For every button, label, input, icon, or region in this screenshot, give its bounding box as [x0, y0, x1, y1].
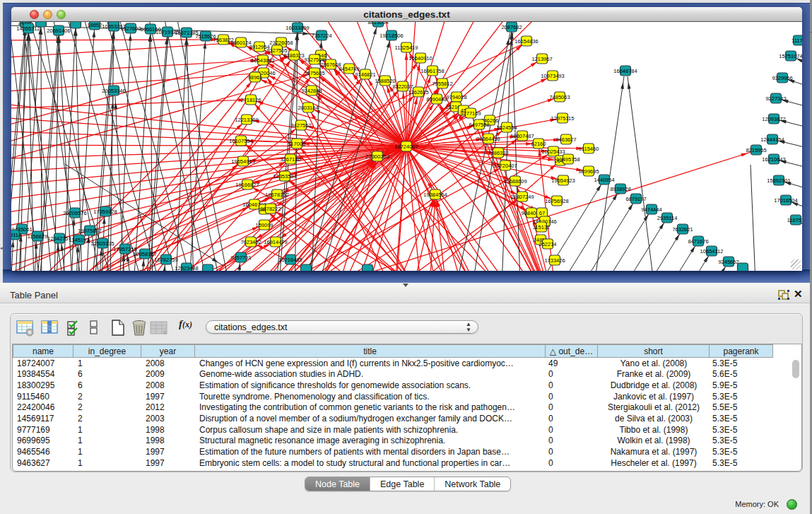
svg-text:19654923: 19654923 [551, 177, 575, 184]
svg-text:2087682: 2087682 [501, 24, 522, 30]
svg-text:19654913: 19654913 [231, 158, 254, 165]
svg-text:1213967: 1213967 [531, 56, 552, 62]
svg-text:8990448: 8990448 [426, 96, 447, 103]
svg-text:10688609: 10688609 [503, 178, 526, 185]
svg-text:12923448: 12923448 [175, 265, 198, 271]
svg-text:9329966: 9329966 [772, 75, 792, 81]
svg-text:7632621: 7632621 [672, 226, 693, 233]
svg-text:7986322: 7986322 [488, 150, 508, 156]
svg-text:3624554: 3624554 [496, 124, 517, 131]
svg-text:11171: 11171 [792, 37, 802, 44]
svg-text:7485063: 7485063 [549, 94, 570, 100]
svg-text:20691406: 20691406 [47, 28, 70, 34]
svg-text:9115460: 9115460 [579, 146, 599, 152]
svg-text:10654112: 10654112 [700, 248, 724, 255]
svg-text:19495758: 19495758 [556, 156, 579, 163]
svg-text:16961758: 16961758 [420, 68, 444, 74]
svg-text:6879197: 6879197 [625, 196, 646, 202]
svg-text:16154836: 16154836 [514, 38, 538, 45]
svg-text:23300203: 23300203 [365, 153, 389, 160]
svg-text:67: 67 [539, 210, 545, 216]
svg-text:18724007: 18724007 [394, 144, 418, 150]
svg-text:8813054: 8813054 [367, 22, 388, 25]
svg-text:16756928: 16756928 [545, 198, 568, 204]
svg-text:23226058: 23226058 [269, 40, 293, 46]
svg-text:9899695: 9899695 [578, 168, 599, 175]
svg-text:115132: 115132 [533, 224, 550, 230]
svg-text:2803144: 2803144 [298, 105, 318, 111]
svg-text:16914479: 16914479 [264, 239, 287, 245]
svg-text:17016504: 17016504 [774, 197, 797, 204]
svg-text:12975115: 12975115 [551, 115, 575, 122]
svg-text:39114: 39114 [11, 232, 21, 238]
svg-text:12093872: 12093872 [762, 116, 785, 122]
svg-text:11325419: 11325419 [395, 45, 418, 51]
svg-text:20364436: 20364436 [476, 136, 500, 142]
svg-text:16210643: 16210643 [762, 156, 785, 163]
svg-text:16640910: 16640910 [408, 55, 432, 62]
svg-text:17359928: 17359928 [93, 209, 117, 215]
svg-text:8938928: 8938928 [610, 186, 630, 192]
svg-text:12353594: 12353594 [273, 173, 296, 180]
svg-text:16107554: 16107554 [229, 138, 252, 144]
svg-text:8186323: 8186323 [283, 52, 304, 59]
svg-text:16543862: 16543862 [251, 57, 274, 64]
svg-text:10973493: 10973493 [541, 73, 564, 79]
svg-text:62160: 62160 [531, 141, 546, 147]
svg-text:117006: 117006 [288, 141, 305, 147]
svg-text:116753: 116753 [787, 217, 802, 223]
svg-text:3267130: 3267130 [280, 156, 300, 163]
svg-text:15692901: 15692901 [767, 177, 790, 184]
svg-text:10958187: 10958187 [133, 251, 156, 257]
svg-text:12505135: 12505135 [90, 240, 114, 247]
svg-text:8860124: 8860124 [230, 40, 251, 46]
svg-text:2718126: 2718126 [240, 97, 261, 103]
svg-text:9245652: 9245652 [718, 259, 739, 265]
svg-text:6497568: 6497568 [469, 122, 489, 128]
svg-text:5675685: 5675685 [304, 70, 324, 76]
svg-text:9857791: 9857791 [230, 255, 251, 261]
svg-text:159099: 159099 [255, 222, 273, 228]
svg-text:19384554: 19384554 [423, 192, 447, 198]
svg-text:20053346: 20053346 [102, 88, 125, 94]
svg-text:16648784: 16648784 [613, 68, 637, 74]
svg-text:18807249: 18807249 [510, 194, 534, 200]
svg-text:9777169: 9777169 [460, 110, 481, 117]
svg-text:19218506: 19218506 [379, 33, 403, 39]
svg-text:1733426: 1733426 [544, 257, 565, 264]
svg-text:8427552: 8427552 [290, 122, 311, 129]
svg-text:15751074: 15751074 [779, 53, 802, 59]
svg-text:12444154: 12444154 [760, 136, 784, 143]
svg-text:16033809: 16033809 [286, 25, 309, 31]
svg-text:12213369: 12213369 [235, 117, 258, 123]
svg-text:15720407: 15720407 [493, 163, 517, 169]
svg-text:15716485: 15716485 [278, 257, 302, 263]
svg-text:1440954: 1440954 [594, 177, 614, 183]
svg-text:18652: 18652 [88, 22, 102, 28]
svg-text:9146821: 9146821 [355, 71, 375, 78]
svg-text:252214: 252214 [539, 241, 556, 247]
svg-text:1527602: 1527602 [120, 25, 141, 32]
svg-text:98961: 98961 [248, 74, 263, 81]
svg-text:x: x [163, 329, 167, 336]
svg-text:16782759: 16782759 [154, 257, 177, 263]
svg-text:2935114: 2935114 [657, 215, 678, 221]
svg-text:9474444: 9474444 [641, 206, 661, 213]
svg-text:10807487: 10807487 [510, 133, 534, 139]
svg-text:9794028: 9794028 [446, 94, 466, 100]
svg-text:20206576: 20206576 [63, 210, 86, 216]
svg-text:7955812: 7955812 [432, 81, 452, 87]
svg-text:2867608: 2867608 [320, 62, 341, 68]
svg-text:7623402: 7623402 [240, 239, 261, 245]
svg-text:7357224: 7357224 [311, 33, 331, 39]
svg-text:1145193: 1145193 [69, 237, 90, 243]
svg-text:10025433: 10025433 [541, 148, 565, 155]
svg-text:18678352: 18678352 [265, 192, 288, 198]
svg-text:9227343: 9227343 [765, 95, 786, 102]
svg-text:19975887: 19975887 [78, 228, 101, 234]
svg-text:1156829: 1156829 [28, 233, 48, 240]
svg-text:19166827: 19166827 [235, 182, 259, 188]
svg-text:9242848: 9242848 [301, 88, 322, 94]
svg-text:1878222: 1878222 [260, 206, 281, 212]
svg-text:1362615: 1362615 [408, 89, 428, 95]
